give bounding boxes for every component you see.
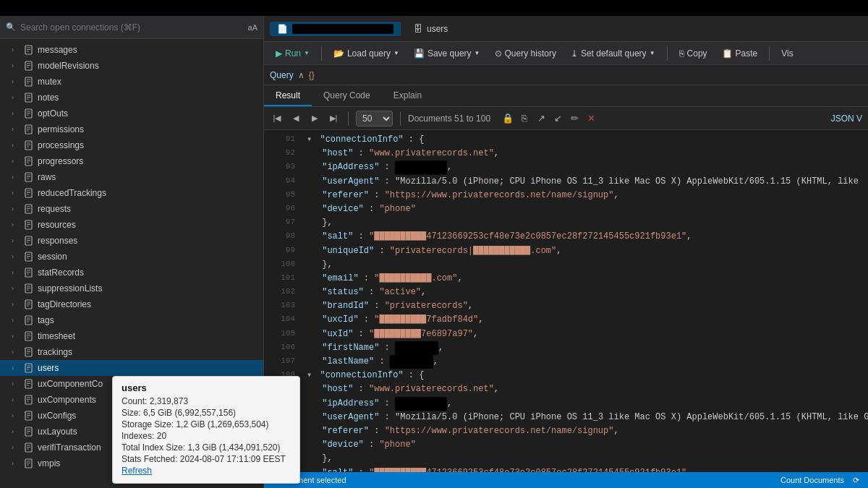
doc-icon bbox=[23, 76, 35, 87]
load-dropdown-icon: ▼ bbox=[393, 50, 399, 56]
sidebar-item-processings[interactable]: › processings bbox=[0, 137, 263, 153]
export-icon[interactable]: ↗ bbox=[534, 111, 548, 126]
chevron-icon: › bbox=[12, 126, 20, 133]
sidebar-item-suppressionLists[interactable]: › suppressionLists bbox=[0, 281, 263, 296]
line-number: 96 bbox=[270, 202, 295, 215]
tooltip-refresh[interactable]: Refresh bbox=[122, 466, 291, 476]
sidebar-item-responses[interactable]: › responses bbox=[0, 233, 263, 249]
refresh-status-icon[interactable]: ⟳ bbox=[853, 476, 859, 485]
edit-icon[interactable]: ✏ bbox=[567, 111, 582, 126]
line-content: }, bbox=[307, 452, 862, 466]
result-tab-query-code[interactable]: Query Code bbox=[312, 86, 382, 106]
status-bar: 1 document selected Count Documents ⟳ bbox=[264, 472, 868, 488]
sidebar-item-progressors[interactable]: › progressors bbox=[0, 153, 263, 169]
sidebar-item-label: vmpis bbox=[38, 458, 60, 468]
line-row: 108 ▾ "connectionInfo" : { bbox=[264, 369, 868, 382]
last-page-button[interactable]: ▶| bbox=[326, 111, 341, 126]
db-label: 🗄 users bbox=[407, 22, 455, 36]
sidebar-item-session[interactable]: › session bbox=[0, 249, 263, 265]
history-label: Query history bbox=[505, 48, 556, 59]
doc-icon bbox=[23, 171, 35, 183]
line-content: "ipAddress" : ██████████, bbox=[307, 397, 862, 411]
sidebar-item-label: users bbox=[38, 363, 59, 373]
sidebar-item-mutex[interactable]: › mutex bbox=[0, 74, 263, 90]
paste-label: Paste bbox=[736, 48, 758, 59]
vis-button[interactable]: Vis bbox=[775, 46, 799, 61]
sidebar-item-label: verifiTransaction bbox=[38, 442, 101, 453]
json-view-button[interactable]: JSON V bbox=[831, 114, 862, 124]
sidebar-item-modelRevisions[interactable]: › modelRevisions bbox=[0, 58, 263, 74]
doc-icon bbox=[23, 108, 35, 119]
chevron-icon: › bbox=[12, 142, 20, 149]
sidebar-item-statRecords[interactable]: › statRecords bbox=[0, 265, 263, 281]
sidebar-search-bar[interactable]: 🔍 aA bbox=[0, 16, 263, 39]
svg-rect-104 bbox=[25, 459, 32, 468]
page-sep bbox=[348, 111, 349, 126]
line-content: }, bbox=[307, 258, 862, 272]
line-number: 97 bbox=[270, 216, 295, 229]
line-content: "lastName" : █████, bbox=[307, 355, 862, 369]
collapse-icon[interactable]: ▾ bbox=[307, 370, 312, 380]
doc-icon bbox=[23, 124, 35, 135]
load-query-button[interactable]: 📂 Load query ▼ bbox=[328, 46, 405, 61]
page-action-icons: 🔒 ⎘ ↗ ↙ ✏ ✕ bbox=[501, 111, 598, 126]
stats-value: 2024-08-07 17:11:09 EEST bbox=[180, 454, 286, 464]
line-content: "userAgent" : "Mozilla/5.0 (iPhone; CPU … bbox=[307, 175, 862, 189]
doc-icon bbox=[23, 219, 35, 231]
query-history-button[interactable]: ⊙ Query history bbox=[489, 46, 562, 61]
collapse-icon[interactable]: ▾ bbox=[307, 134, 312, 145]
query-expand-icon[interactable]: ∧ bbox=[298, 70, 305, 80]
svg-rect-80 bbox=[25, 364, 32, 372]
search-input[interactable] bbox=[20, 22, 244, 33]
copy-icon: ⎘ bbox=[679, 48, 684, 59]
set-default-button[interactable]: ⤓ Set default query ▼ bbox=[565, 46, 661, 61]
line-row: 95 "referer" : "https://www.privaterecor… bbox=[264, 189, 868, 202]
run-dropdown-icon: ▼ bbox=[304, 50, 310, 56]
import-icon[interactable]: ↙ bbox=[550, 111, 565, 126]
next-page-button[interactable]: ▶ bbox=[307, 111, 322, 126]
tooltip-popup: users Count: 2,319,873 Size: 6,5 GiB (6,… bbox=[112, 376, 300, 484]
svg-rect-24 bbox=[25, 141, 32, 150]
sidebar-item-timesheet[interactable]: › timesheet bbox=[0, 328, 263, 344]
sidebar-item-resources[interactable]: › resources bbox=[0, 217, 263, 233]
delete-icon[interactable]: ✕ bbox=[584, 111, 598, 126]
tooltip-stats: Stats Fetched: 2024-08-07 17:11:09 EEST bbox=[122, 454, 291, 464]
sidebar-item-trackings[interactable]: › trackings bbox=[0, 344, 263, 360]
sidebar-item-tagDirectories[interactable]: › tagDirectories bbox=[0, 296, 263, 312]
lock-icon[interactable]: 🔒 bbox=[501, 111, 515, 126]
count-documents-button[interactable]: Count Documents bbox=[780, 476, 844, 485]
sidebar-item-raws[interactable]: › raws bbox=[0, 169, 263, 185]
result-tab-explain[interactable]: Explain bbox=[382, 86, 433, 106]
page-size-select[interactable]: 102550100200 bbox=[356, 111, 393, 127]
sidebar-item-notes[interactable]: › notes bbox=[0, 90, 263, 106]
line-number: 106 bbox=[270, 341, 295, 354]
copy-button[interactable]: ⎘ Copy bbox=[673, 46, 713, 61]
refresh-link[interactable]: Refresh bbox=[122, 466, 152, 476]
sidebar-item-permissions[interactable]: › permissions bbox=[0, 121, 263, 137]
prev-page-button[interactable]: ◀ bbox=[289, 111, 303, 126]
sidebar-item-tags[interactable]: › tags bbox=[0, 312, 263, 328]
first-page-button[interactable]: |◀ bbox=[270, 111, 284, 126]
sidebar-item-label: responses bbox=[38, 236, 77, 246]
line-number: 105 bbox=[270, 328, 295, 341]
sidebar-item-reducedTrackings[interactable]: › reducedTrackings bbox=[0, 185, 263, 201]
connection-tab-active[interactable]: 📄 bbox=[270, 22, 401, 36]
sidebar-item-requests[interactable]: › requests bbox=[0, 201, 263, 217]
result-tab-result[interactable]: Result bbox=[264, 86, 312, 106]
line-content: "salt" : "██████████47123669253cf48e73e2… bbox=[307, 466, 862, 473]
run-button[interactable]: ▶ Run ▼ bbox=[270, 46, 315, 61]
paste-button[interactable]: 📋 Paste bbox=[716, 46, 764, 61]
chevron-icon: › bbox=[12, 396, 20, 403]
sidebar-item-messages[interactable]: › messages bbox=[0, 42, 263, 58]
sidebar-item-users[interactable]: › users bbox=[0, 360, 263, 376]
line-row: 110 "ipAddress" : ██████████, bbox=[264, 397, 868, 411]
copy-doc-icon[interactable]: ⎘ bbox=[517, 111, 532, 126]
doc-icon bbox=[23, 44, 35, 56]
save-query-button[interactable]: 💾 Save query ▼ bbox=[408, 46, 486, 61]
line-content: "referer" : "https://www.privaterecords.… bbox=[307, 424, 862, 438]
svg-rect-84 bbox=[25, 380, 32, 388]
result-tabs: ResultQuery CodeExplain bbox=[264, 85, 868, 107]
svg-rect-0 bbox=[25, 46, 32, 54]
sidebar-item-optOuts[interactable]: › optOuts bbox=[0, 106, 263, 121]
chevron-icon: › bbox=[12, 317, 20, 324]
